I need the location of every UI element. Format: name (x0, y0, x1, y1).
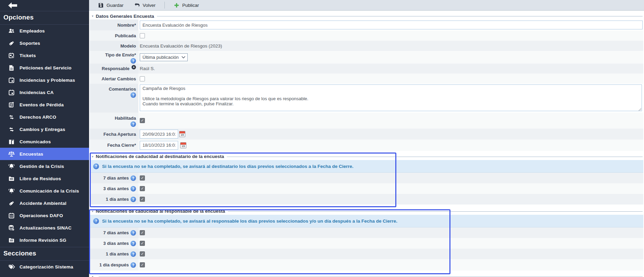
notif-checkbox[interactable] (140, 175, 145, 181)
help-icon[interactable] (131, 92, 136, 98)
sidebar-item-operaciones-dafo[interactable]: Operaciones DAFO (0, 209, 89, 222)
next-section-header-partial: ▾ (90, 273, 643, 277)
section-header-rule (228, 211, 643, 212)
form-content: ▾ Datos Generales Encuesta Nombre* Publi… (89, 11, 644, 277)
field-row-fecha-apertura: Fecha Apertura (90, 129, 643, 140)
collapse-triangle-icon: ▾ (92, 275, 94, 277)
save-icon (98, 2, 104, 8)
help-icon[interactable] (131, 251, 136, 257)
chevron-down-icon (182, 56, 185, 58)
section-header-notif-destinatario: ▾ Notificaciones de caducidad al destina… (90, 153, 643, 160)
sidebar-item-accidente-ambiental[interactable]: Accidente Ambiental (0, 197, 89, 209)
sidebar-item-partial[interactable] (0, 273, 89, 277)
notif-row-1-dia-antes: 1 día antes (90, 194, 643, 205)
bell-icon (8, 187, 15, 195)
ticket-calendar-icon (8, 52, 15, 59)
nombre-input[interactable] (140, 21, 643, 29)
notif-checkbox[interactable] (140, 197, 145, 202)
info-banner-responsable: Si la encuesta no se ha completado, se a… (90, 215, 643, 227)
sidebar-item-soportes[interactable]: Soportes (0, 37, 89, 49)
toolbar-separator (164, 2, 165, 9)
save-button[interactable]: Guardar (94, 0, 128, 10)
app-window: Opciones Empleados Soportes Tickets Peti… (0, 0, 644, 277)
sidebar-item-informe-revision-sg[interactable]: Informe Revisión SG (0, 234, 89, 246)
back-button[interactable]: Volver (130, 0, 160, 10)
help-icon[interactable] (131, 230, 136, 236)
calendar-grid-icon (8, 212, 15, 219)
help-icon[interactable] (131, 186, 136, 192)
field-row-habilitada: Habilitada (90, 113, 643, 129)
sidebar-section-title-secciones: Secciones (0, 247, 89, 261)
publish-button[interactable]: Publicar (170, 0, 203, 10)
field-row-nombre: Nombre* (90, 19, 643, 30)
notif-row-1-dia-despues: 1 día después (90, 259, 643, 271)
help-icon[interactable] (131, 197, 136, 202)
publicada-checkbox[interactable] (140, 33, 145, 38)
comentarios-textarea[interactable]: Campaña de Riesgos Utilice la metodologí… (140, 84, 642, 111)
help-icon[interactable] (131, 241, 136, 246)
add-responsable-icon[interactable] (132, 65, 136, 69)
section-header-notif-responsable: ▾ Notificaciones de caducidad al respons… (90, 208, 643, 215)
section-header-datos-generales: ▾ Datos Generales Encuesta (90, 13, 643, 19)
sidebar-item-actualizaciones-sinac[interactable]: Actualizaciones SINAC (0, 222, 89, 234)
sidebar-item-cambios-y-entregas[interactable]: Cambios y Entregas (0, 123, 89, 135)
calendar-icon (8, 89, 15, 96)
field-row-alertar-cambios: Alertar Cambios (90, 74, 643, 84)
fecha-cierre-input[interactable] (140, 141, 178, 150)
section-header-rule (157, 16, 643, 16)
sidebar-item-empleados[interactable]: Empleados (0, 25, 89, 37)
field-row-publicada: Publicada (90, 30, 643, 41)
notif-row-1-dia-antes: 1 día antes (90, 249, 643, 259)
sidebar-item-comunicados[interactable]: Comunicados (0, 135, 89, 148)
sidebar-item-libro-de-residuos[interactable]: Libro de Residuos (0, 172, 89, 185)
scales-icon (8, 150, 15, 158)
usb-drive-icon (8, 199, 15, 207)
notif-checkbox[interactable] (140, 230, 145, 235)
report-icon (8, 101, 15, 108)
sidebar-item-comunicacion-de-la-crisis[interactable]: Comunicación de la Crisis (0, 185, 89, 197)
sidebar-item-categorizacion-sistema[interactable]: Categorización Sistema (0, 261, 89, 273)
sidebar-item-derechos-arco[interactable]: Derechos ARCO (0, 111, 89, 123)
undo-icon (134, 2, 140, 8)
resize-grip-icon[interactable] (638, 108, 641, 111)
people-icon (8, 27, 15, 35)
notif-checkbox[interactable] (140, 262, 145, 267)
sidebar-item-incidencias-y-problemas[interactable]: Incidencias y Problemas (0, 74, 89, 86)
help-icon[interactable] (131, 262, 136, 268)
sidebar-item-eventos-de-perdida[interactable]: Eventos de Pérdida (0, 98, 89, 111)
field-row-tipo-envio: Tipo de Envío* Última publicación (90, 51, 643, 64)
sidebar-item-tickets[interactable]: Tickets (0, 49, 89, 62)
field-row-comentarios: Comentarios Campaña de Riesgos Utilice l… (90, 84, 643, 113)
notif-checkbox[interactable] (140, 241, 145, 246)
folder-icon (8, 175, 15, 182)
tipo-envio-select[interactable]: Última publicación (140, 53, 188, 61)
help-icon[interactable] (131, 58, 136, 64)
alertar-cambios-checkbox[interactable] (140, 76, 145, 81)
sidebar-section-title-opciones: Opciones (0, 11, 89, 25)
calendar-icon (8, 76, 15, 84)
help-icon (93, 218, 99, 224)
field-row-modelo: Modelo Encuesta Evaluación de Riesgos (2… (90, 41, 643, 51)
sidebar-item-encuestas[interactable]: Encuestas (0, 148, 89, 160)
collapse-triangle-icon[interactable]: ▾ (92, 210, 94, 213)
back-icon[interactable] (8, 2, 17, 9)
usb-drive-icon (8, 39, 15, 47)
help-icon[interactable] (131, 121, 136, 127)
notif-checkbox[interactable] (140, 251, 145, 256)
notif-row-7-dias-antes: 7 días antes (90, 227, 643, 238)
notif-checkbox[interactable] (140, 186, 145, 191)
bell-icon (8, 162, 15, 170)
notif-row-3-dias-antes: 3 días antes (90, 238, 643, 249)
sidebar-item-peticiones-del-servicio[interactable]: Peticiones del Servicio (0, 62, 89, 74)
habilitada-checkbox[interactable] (140, 118, 145, 123)
sidebar-item-gestion-de-la-crisis[interactable]: Gestión de la Crisis (0, 160, 89, 172)
section-header-rule (227, 157, 643, 157)
fecha-apertura-input[interactable] (140, 130, 178, 138)
help-icon[interactable] (131, 175, 136, 181)
date-picker-icon[interactable] (179, 131, 185, 137)
date-picker-icon[interactable] (180, 142, 186, 148)
collapse-triangle-icon[interactable]: ▾ (92, 155, 94, 158)
notif-row-3-dias-antes: 3 días antes (90, 183, 643, 194)
collapse-triangle-icon[interactable]: ▾ (92, 14, 94, 18)
sidebar-item-incidencias-ca[interactable]: Incidencias CA (0, 86, 89, 98)
